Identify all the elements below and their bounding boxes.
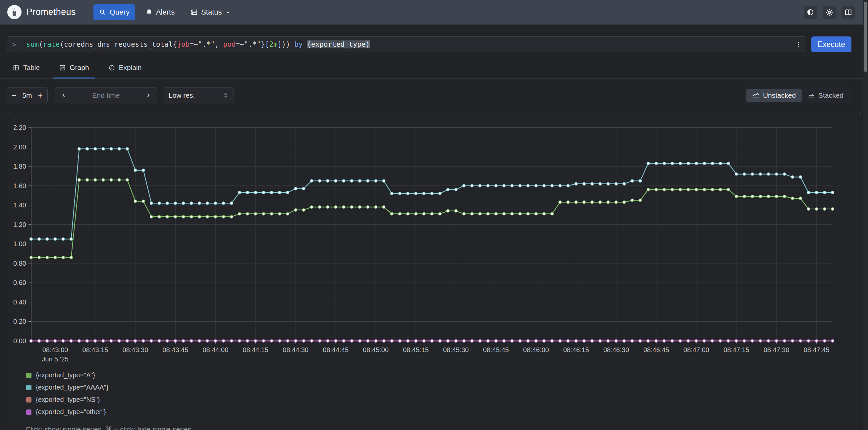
svg-text:1.20: 1.20 [13,221,26,228]
bell-icon [146,9,153,16]
legend-series-label: {exported_type="NS"} [36,396,100,403]
legend-item[interactable]: {exported_type="NS"} [26,396,108,403]
chart-legend: {exported_type="A"} {exported_type="AAAA… [26,371,108,416]
resolution-select[interactable]: Low res. [164,87,234,103]
svg-text:08:47:45: 08:47:45 [804,346,830,354]
svg-text:0.20: 0.20 [13,318,26,325]
svg-text:08:45:30: 08:45:30 [443,346,469,354]
nav-alerts[interactable]: Alerts [140,4,180,20]
svg-text:08:43:15: 08:43:15 [83,346,108,354]
nav-query-label: Query [110,8,129,17]
svg-text:08:44:30: 08:44:30 [283,346,308,354]
svg-text:08:46:00: 08:46:00 [523,346,549,354]
legend-hint: Click: show single series, ⌘ + click: hi… [26,425,191,430]
stack-toggle: Unstacked Stacked [745,87,851,103]
promql-input[interactable]: >_ sum(rate(coredns_dns_requests_total{j… [7,36,806,52]
svg-text:08:47:00: 08:47:00 [683,346,709,354]
svg-text:0.80: 0.80 [13,260,26,267]
table-icon [12,64,20,71]
svg-text:08:47:30: 08:47:30 [764,346,789,354]
stacked-option[interactable]: Stacked [802,89,849,102]
svg-text:1.60: 1.60 [13,182,26,189]
contrast-icon [806,8,814,16]
legend-item[interactable]: {exported_type="AAAA"} [26,383,108,391]
legend-swatch-icon [26,373,31,378]
svg-text:08:45:15: 08:45:15 [403,346,429,354]
search-icon [99,9,106,16]
svg-text:08:46:30: 08:46:30 [603,346,629,354]
svg-text:08:44:00: 08:44:00 [203,346,228,354]
time-series-chart[interactable]: 0.000.200.400.600.801.001.201.401.601.80… [7,112,861,364]
terminal-prompt-icon: >_ [12,40,20,49]
promql-expression[interactable]: sum(rate(coredns_dns_requests_total{job=… [26,40,791,49]
graph-icon [59,64,66,71]
svg-text:08:47:15: 08:47:15 [723,346,749,354]
svg-text:0.60: 0.60 [13,279,26,286]
svg-text:2.00: 2.00 [13,144,26,151]
end-time-input[interactable]: End time [55,87,157,103]
svg-text:0.00: 0.00 [13,337,26,344]
svg-text:08:43:45: 08:43:45 [162,346,188,354]
legend-swatch-icon [26,409,31,415]
svg-text:1.80: 1.80 [13,163,26,170]
range-increase-button[interactable]: + [38,91,43,100]
legend-series-label: {exported_type="other"} [36,408,106,416]
tab-explain-label: Explain [119,64,142,71]
book-icon [844,8,852,17]
brand: Prometheus [7,5,76,19]
tab-table[interactable]: Table [7,64,46,78]
tabs-divider [0,78,868,79]
docs-button[interactable] [841,6,855,19]
tab-explain[interactable]: Explain [102,64,148,78]
graph-controls: − 5m + End time Low res. Unstacked Stack… [0,87,868,103]
legend-series-label: {exported_type="AAAA"} [36,383,108,391]
nav-alerts-label: Alerts [156,8,175,17]
tab-table-label: Table [23,64,40,71]
legend-item[interactable]: {exported_type="other"} [26,408,108,416]
svg-text:2.20: 2.20 [13,124,26,131]
chevron-left-icon[interactable] [61,92,67,98]
execute-button[interactable]: Execute [811,36,851,52]
scrollbar[interactable] [863,0,868,430]
legend-swatch-icon [26,397,31,402]
navbar-actions [804,6,855,19]
theme-toggle-button[interactable] [804,6,817,19]
legend-swatch-icon [26,385,31,390]
main-nav: Query Alerts Status [93,0,237,25]
info-icon [108,64,115,71]
query-row: >_ sum(rate(coredns_dns_requests_total{j… [7,36,851,52]
server-icon [190,9,198,16]
end-time-placeholder: End time [92,91,120,99]
svg-text:08:46:15: 08:46:15 [563,346,589,354]
unstacked-option[interactable]: Unstacked [746,89,802,102]
nav-status[interactable]: Status [185,4,237,20]
settings-button[interactable] [823,6,836,19]
area-chart-icon [808,92,815,99]
svg-text:Jun 5 '25: Jun 5 '25 [42,356,69,363]
svg-text:1.00: 1.00 [13,240,26,247]
nav-query[interactable]: Query [93,4,135,20]
range-stepper: − 5m + [7,87,48,103]
prometheus-logo-icon [7,5,22,19]
svg-text:0.40: 0.40 [13,299,26,306]
scrollbar-thumb[interactable] [864,2,867,72]
query-options-menu[interactable] [791,37,806,52]
svg-text:08:45:00: 08:45:00 [363,346,389,354]
tab-graph-label: Graph [69,64,89,71]
svg-text:08:44:15: 08:44:15 [243,346,268,354]
legend-item[interactable]: {exported_type="A"} [26,371,108,379]
legend-series-label: {exported_type="A"} [36,371,95,379]
app-title: Prometheus [27,7,76,17]
range-value[interactable]: 5m [22,91,32,99]
svg-text:08:45:45: 08:45:45 [483,346,509,354]
range-decrease-button[interactable]: − [11,91,17,100]
svg-text:08:43:00: 08:43:00 [42,346,68,354]
graph-panel: 0.000.200.400.600.801.001.201.401.601.80… [7,112,861,430]
gear-icon [825,8,834,17]
svg-text:1.40: 1.40 [13,202,26,209]
stacked-label: Stacked [818,91,843,99]
chevron-right-icon[interactable] [145,92,151,98]
tab-graph[interactable]: Graph [53,64,95,78]
line-chart-icon [752,92,760,99]
svg-text:08:43:30: 08:43:30 [123,346,148,354]
